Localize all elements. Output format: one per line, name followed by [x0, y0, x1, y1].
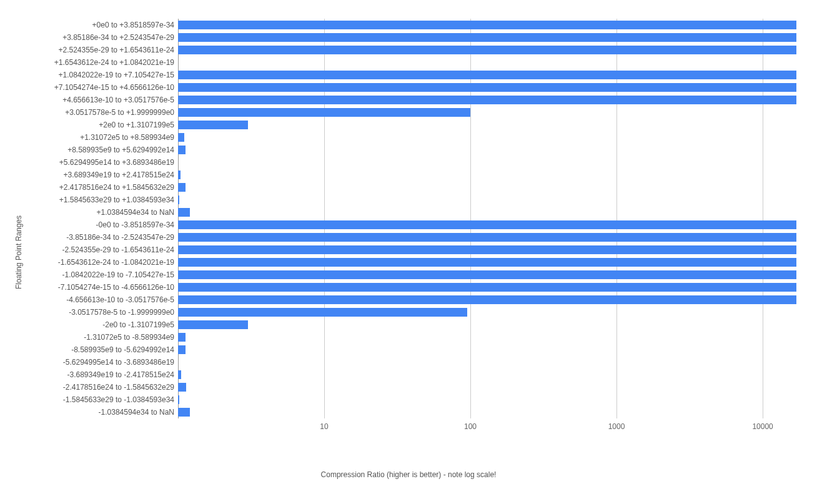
bar-row: +1.6543612e-24 to +1.0842021e-19: [178, 56, 796, 69]
x-axis-title: Compression Ratio (higher is better) - n…: [0, 470, 817, 479]
category-label: -1.6543612e-24 to -1.0842021e-19: [58, 258, 174, 267]
bar-row: -2e0 to -1.3107199e5: [178, 319, 796, 331]
category-label: +1.0842022e-19 to +7.105427e-15: [58, 71, 174, 79]
bar: [178, 208, 190, 217]
bar: [178, 295, 796, 304]
y-axis-title: Floating Point Ranges: [14, 215, 23, 289]
bar-row: +2.524355e-29 to +1.6543611e-24: [178, 44, 796, 56]
bar-row: -5.6294995e14 to -3.6893486e19: [178, 356, 796, 368]
bar-row: -4.656613e-10 to -3.0517576e-5: [178, 294, 796, 306]
bar: [178, 283, 796, 292]
bar-row: -1.6543612e-24 to -1.0842021e-19: [178, 256, 796, 269]
category-label: +1.31072e5 to +8.589934e9: [80, 133, 174, 142]
category-label: +7.1054274e-15 to +4.6566126e-10: [54, 83, 174, 92]
category-label: -2.524355e-29 to -1.6543611e-24: [62, 245, 174, 254]
bar-row: -1.0842022e-19 to -7.105427e-15: [178, 269, 796, 281]
bar-row: -1.31072e5 to -8.589934e9: [178, 331, 796, 343]
category-label: +3.689349e19 to +2.4178515e24: [63, 170, 174, 179]
bar: [178, 121, 248, 129]
bar: [178, 320, 248, 329]
bar: [178, 183, 186, 192]
category-label: -1.31072e5 to -8.589934e9: [84, 333, 174, 342]
plot-area: +0e0 to +3.8518597e-34+3.85186e-34 to +2…: [178, 19, 796, 418]
bar-row: -0e0 to -3.8518597e-34: [178, 219, 796, 231]
category-label: -1.0384594e34 to NaN: [99, 408, 174, 417]
bar-row: -7.1054274e-15 to -4.6566126e-10: [178, 281, 796, 294]
category-label: -2.4178516e24 to -1.5845632e29: [63, 383, 174, 392]
bar: [178, 96, 796, 104]
bar: [178, 83, 796, 92]
category-label: +1.5845633e29 to +1.0384593e34: [59, 195, 174, 204]
x-tick-label: 10: [320, 422, 328, 431]
bar: [178, 370, 181, 379]
bar: [178, 408, 190, 417]
bar: [178, 333, 186, 342]
chart-container: Floating Point Ranges Compression Ratio …: [0, 0, 817, 504]
bar: [178, 258, 796, 267]
bar: [178, 33, 796, 42]
category-label: +1.0384594e34 to NaN: [97, 208, 174, 217]
bar-row: -2.4178516e24 to -1.5845632e29: [178, 381, 796, 393]
category-label: -5.6294995e14 to -3.6893486e19: [63, 358, 174, 367]
category-label: -4.656613e-10 to -3.0517576e-5: [66, 295, 174, 304]
category-label: +2.524355e-29 to +1.6543611e-24: [58, 46, 174, 54]
bar: [178, 133, 184, 142]
category-label: +2e0 to +1.3107199e5: [99, 121, 174, 129]
bar: [178, 395, 179, 404]
bar-row: +5.6294995e14 to +3.6893486e19: [178, 156, 796, 169]
bar: [178, 220, 796, 229]
bar-row: -3.85186e-34 to -2.5243547e-29: [178, 231, 796, 244]
bar-row: -3.689349e19 to -2.4178515e24: [178, 368, 796, 381]
bar-row: -3.0517578e-5 to -1.9999999e0: [178, 306, 796, 319]
bar-row: +2.4178516e24 to +1.5845632e29: [178, 181, 796, 194]
bar-row: -1.0384594e34 to NaN: [178, 406, 796, 418]
bar: [178, 46, 796, 54]
x-tick-label: 10000: [752, 422, 773, 431]
bar-row: +1.31072e5 to +8.589934e9: [178, 131, 796, 144]
category-label: +5.6294995e14 to +3.6893486e19: [59, 158, 174, 167]
category-label: -8.589935e9 to -5.6294992e14: [71, 345, 174, 354]
category-label: +3.0517578e-5 to +1.9999999e0: [65, 108, 174, 117]
category-label: -1.0842022e-19 to -7.105427e-15: [62, 270, 174, 279]
category-label: +3.85186e-34 to +2.5243547e-29: [62, 33, 174, 42]
bar: [178, 383, 186, 392]
category-label: +2.4178516e24 to +1.5845632e29: [59, 183, 174, 192]
category-label: +0e0 to +3.8518597e-34: [92, 21, 174, 29]
bar: [178, 21, 796, 29]
bar-row: -2.524355e-29 to -1.6543611e-24: [178, 244, 796, 256]
category-label: +8.589935e9 to +5.6294992e14: [67, 146, 174, 154]
bar-row: +8.589935e9 to +5.6294992e14: [178, 144, 796, 156]
bar-row: +3.689349e19 to +2.4178515e24: [178, 169, 796, 181]
category-label: -3.0517578e-5 to -1.9999999e0: [69, 308, 174, 317]
bar-row: +1.0384594e34 to NaN: [178, 206, 796, 219]
bar: [178, 233, 796, 242]
bar-row: -1.5845633e29 to -1.0384593e34: [178, 393, 796, 406]
bar: [178, 71, 796, 79]
category-label: -1.5845633e29 to -1.0384593e34: [63, 395, 174, 404]
bar-row: +2e0 to +1.3107199e5: [178, 119, 796, 131]
bar: [178, 308, 467, 317]
bar-row: +1.0842022e-19 to +7.105427e-15: [178, 69, 796, 81]
bar-row: -8.589935e9 to -5.6294992e14: [178, 343, 796, 356]
bar: [178, 146, 186, 154]
bar-row: +1.5845633e29 to +1.0384593e34: [178, 194, 796, 206]
category-label: -3.689349e19 to -2.4178515e24: [67, 370, 175, 379]
category-label: -7.1054274e-15 to -4.6566126e-10: [58, 283, 174, 292]
bar: [178, 108, 470, 117]
category-label: -2e0 to -1.3107199e5: [102, 320, 174, 329]
bar-row: +4.656613e-10 to +3.0517576e-5: [178, 94, 796, 106]
bar: [178, 345, 186, 354]
bar: [178, 195, 179, 204]
bar: [178, 270, 796, 279]
bar-row: +0e0 to +3.8518597e-34: [178, 19, 796, 31]
category-label: +4.656613e-10 to +3.0517576e-5: [62, 96, 174, 104]
category-label: +1.6543612e-24 to +1.0842021e-19: [54, 58, 174, 67]
bar: [178, 245, 796, 254]
bar: [178, 170, 181, 179]
category-label: -0e0 to -3.8518597e-34: [96, 220, 174, 229]
x-tick-label: 100: [464, 422, 477, 431]
bar-row: +3.0517578e-5 to +1.9999999e0: [178, 106, 796, 119]
category-label: -3.85186e-34 to -2.5243547e-29: [66, 233, 174, 242]
x-tick-label: 1000: [608, 422, 625, 431]
bar-row: +3.85186e-34 to +2.5243547e-29: [178, 31, 796, 44]
